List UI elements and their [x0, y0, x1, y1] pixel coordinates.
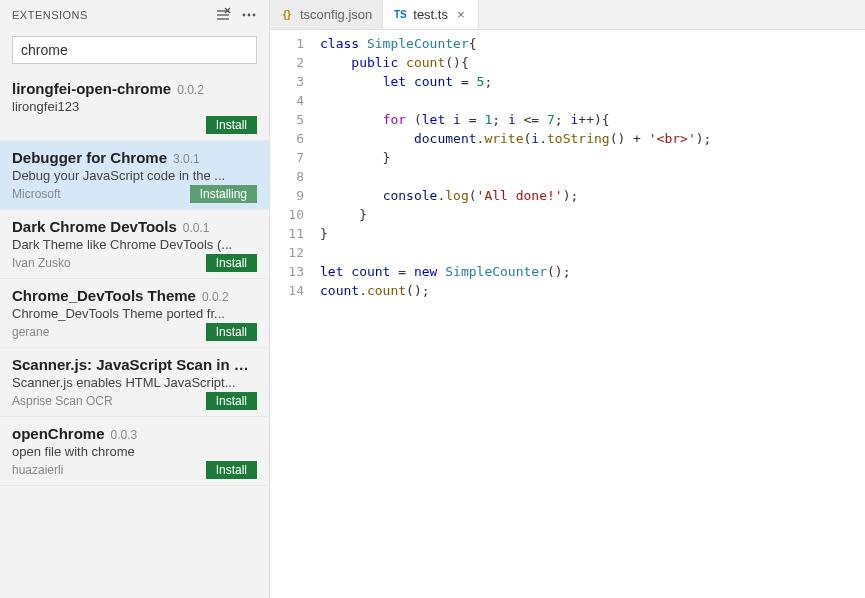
svg-point-7 — [253, 14, 256, 17]
svg-point-5 — [243, 14, 246, 17]
extensions-list[interactable]: lirongfei-open-chrome0.0.2lirongfei123In… — [0, 72, 269, 598]
extension-description: open file with chrome — [12, 444, 257, 459]
line-number: 2 — [270, 53, 304, 72]
extension-name: Dark Chrome DevTools — [12, 218, 177, 235]
extension-version: 0.0.2 — [177, 83, 204, 97]
code-line: let count = new SimpleCounter(); — [320, 262, 865, 281]
extension-name: openChrome — [12, 425, 105, 442]
line-number: 12 — [270, 243, 304, 262]
code-line: document.write(i.toString() + '<br>'); — [320, 129, 865, 148]
extension-version: 0.0.2 — [202, 290, 229, 304]
extension-description: Scanner.js enables HTML JavaScript... — [12, 375, 257, 390]
code-line: public count(){ — [320, 53, 865, 72]
sidebar-header-actions — [215, 7, 257, 23]
line-number: 13 — [270, 262, 304, 281]
editor-area: {}tsconfig.jsonTStest.ts× 12345678910111… — [270, 0, 865, 598]
line-number: 6 — [270, 129, 304, 148]
clear-filter-icon[interactable] — [215, 7, 231, 23]
extension-description: Dark Theme like Chrome DevTools (... — [12, 237, 257, 252]
extension-version: 0.0.1 — [183, 221, 210, 235]
editor-tab[interactable]: {}tsconfig.json — [270, 0, 383, 29]
extension-description: Chrome_DevTools Theme ported fr... — [12, 306, 257, 321]
extension-publisher: Asprise Scan OCR — [12, 394, 113, 408]
code-line: console.log('All done!'); — [320, 186, 865, 205]
extension-name: lirongfei-open-chrome — [12, 80, 171, 97]
line-number: 8 — [270, 167, 304, 186]
code-line: class SimpleCounter{ — [320, 34, 865, 53]
close-icon[interactable]: × — [454, 8, 468, 22]
extension-publisher: Microsoft — [12, 187, 61, 201]
extension-item[interactable]: openChrome0.0.3open file with chromehuaz… — [0, 417, 269, 486]
install-button[interactable]: Install — [206, 392, 257, 410]
code-editor[interactable]: 1234567891011121314 class SimpleCounter{… — [270, 30, 865, 598]
code-line — [320, 91, 865, 110]
code-line — [320, 167, 865, 186]
more-actions-icon[interactable] — [241, 7, 257, 23]
extension-name: Chrome_DevTools Theme — [12, 287, 196, 304]
code-line: } — [320, 224, 865, 243]
line-number: 5 — [270, 110, 304, 129]
line-number: 10 — [270, 205, 304, 224]
extension-publisher: gerane — [12, 325, 49, 339]
install-button[interactable]: Install — [206, 323, 257, 341]
extension-item[interactable]: lirongfei-open-chrome0.0.2lirongfei123In… — [0, 72, 269, 141]
code-content[interactable]: class SimpleCounter{ public count(){ let… — [320, 34, 865, 598]
search-input[interactable] — [12, 36, 257, 64]
svg-point-6 — [248, 14, 251, 17]
code-line: } — [320, 205, 865, 224]
sidebar-header: EXTENSIONS — [0, 0, 269, 30]
line-number: 14 — [270, 281, 304, 300]
extension-name: Scanner.js: JavaScript Scan in Chro — [12, 356, 257, 373]
install-button[interactable]: Install — [206, 254, 257, 272]
extension-item[interactable]: Scanner.js: JavaScript Scan in ChroScann… — [0, 348, 269, 417]
extension-publisher: Ivan Zuskо — [12, 256, 71, 270]
line-number: 1 — [270, 34, 304, 53]
code-line: } — [320, 148, 865, 167]
tab-label: test.ts — [413, 7, 448, 22]
extensions-search — [12, 36, 257, 64]
sidebar-title: EXTENSIONS — [12, 9, 88, 21]
json-file-icon: {} — [280, 8, 294, 22]
tab-label: tsconfig.json — [300, 7, 372, 22]
code-line: for (let i = 1; i <= 7; i++){ — [320, 110, 865, 129]
code-line: count.count(); — [320, 281, 865, 300]
install-button[interactable]: Install — [206, 461, 257, 479]
editor-tab[interactable]: TStest.ts× — [383, 0, 479, 29]
line-number: 3 — [270, 72, 304, 91]
line-number: 7 — [270, 148, 304, 167]
extension-name: Debugger for Chrome — [12, 149, 167, 166]
line-number: 9 — [270, 186, 304, 205]
extension-description: lirongfei123 — [12, 99, 257, 114]
extension-item[interactable]: Debugger for Chrome3.0.1Debug your JavaS… — [0, 141, 269, 210]
extension-version: 3.0.1 — [173, 152, 200, 166]
install-button[interactable]: Install — [206, 116, 257, 134]
extension-publisher: huazaierli — [12, 463, 63, 477]
line-number: 4 — [270, 91, 304, 110]
extension-item[interactable]: Dark Chrome DevTools0.0.1Dark Theme like… — [0, 210, 269, 279]
line-number: 11 — [270, 224, 304, 243]
extensions-sidebar: EXTENSIONS lirongfei-open-chrome0.0.2lir… — [0, 0, 270, 598]
tab-bar: {}tsconfig.jsonTStest.ts× — [270, 0, 865, 30]
line-gutter: 1234567891011121314 — [270, 34, 320, 598]
extension-description: Debug your JavaScript code in the ... — [12, 168, 257, 183]
code-line — [320, 243, 865, 262]
ts-file-icon: TS — [393, 8, 407, 22]
installing-button[interactable]: Installing — [190, 185, 257, 203]
code-line: let count = 5; — [320, 72, 865, 91]
extension-version: 0.0.3 — [111, 428, 138, 442]
extension-item[interactable]: Chrome_DevTools Theme0.0.2Chrome_DevTool… — [0, 279, 269, 348]
